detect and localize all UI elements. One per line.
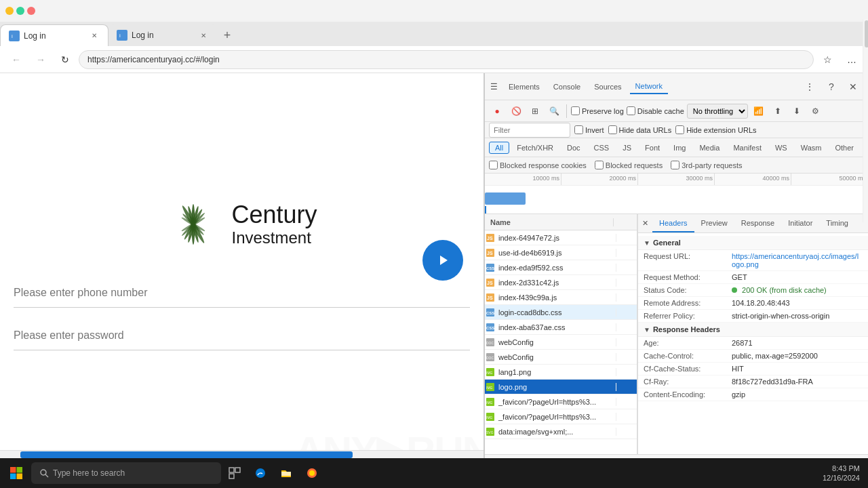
submit-button[interactable]	[422, 240, 463, 281]
network-conditions-button[interactable]: 📶	[751, 103, 767, 119]
taskbar-search[interactable]: Type here to search	[31, 462, 221, 484]
hide-data-urls-input[interactable]	[608, 125, 617, 134]
filter-tab-all[interactable]: All	[489, 142, 509, 154]
password-input[interactable]	[14, 321, 470, 350]
import-button[interactable]: ⬇	[789, 103, 805, 119]
maximize-button[interactable]	[16, 7, 24, 15]
third-party-check[interactable]: 3rd-party requests	[671, 161, 742, 169]
edge-taskbar-icon[interactable]	[248, 461, 273, 485]
file-explorer-taskbar-icon[interactable]	[274, 461, 298, 485]
third-party-input[interactable]	[671, 161, 679, 169]
request-timeline	[616, 409, 637, 424]
devtools-close-button[interactable]: ✕	[844, 77, 863, 96]
request-item[interactable]: IMG _favicon/?pageUrl=https%3...	[485, 394, 637, 409]
phone-input[interactable]	[14, 279, 470, 308]
back-button[interactable]: ←	[5, 49, 27, 70]
clear-button[interactable]: 🚫	[508, 103, 524, 119]
request-url-value[interactable]: https://americancenturyaoj.cc/images/log…	[732, 252, 863, 268]
request-item-logo[interactable]: IMG logo.png	[485, 380, 637, 394]
devtools-tab-console[interactable]: Console	[548, 80, 586, 94]
request-item[interactable]: CSS index-aba637ae.css	[485, 320, 637, 335]
svg-text:i: i	[12, 33, 13, 39]
invert-check[interactable]: Invert	[574, 125, 604, 134]
search-button[interactable]: 🔍	[546, 103, 562, 119]
filter-input[interactable]	[489, 123, 570, 138]
forward-button[interactable]: →	[30, 49, 52, 70]
refresh-button[interactable]: ↻	[54, 49, 76, 70]
throttle-select[interactable]: No throttling	[687, 104, 748, 119]
start-button[interactable]	[3, 460, 30, 487]
filter-tab-ws[interactable]: WS	[769, 142, 793, 154]
export-button[interactable]: ⬆	[770, 103, 786, 119]
request-item[interactable]: SVG data:image/svg+xml;...	[485, 424, 637, 439]
filter-tab-font[interactable]: Font	[639, 142, 666, 154]
svg-rect-44	[17, 474, 23, 480]
hide-extension-urls-input[interactable]	[675, 125, 684, 134]
tab-close-2[interactable]: ✕	[198, 30, 209, 41]
filter-tab-doc[interactable]: Doc	[561, 142, 587, 154]
request-item[interactable]: JS index-2d331c42.js	[485, 275, 637, 290]
request-item[interactable]: JS index-64947e72.js	[485, 230, 637, 245]
devtools-tab-elements[interactable]: Elements	[503, 80, 545, 94]
blocked-response-cookies-check[interactable]: Blocked response cookies	[489, 161, 587, 169]
request-item[interactable]: DOC webConfig	[485, 350, 637, 365]
filter-tab-wasm[interactable]: Wasm	[795, 142, 828, 154]
details-tab-preview[interactable]: Preview	[694, 214, 734, 232]
filter-tab-js[interactable]: JS	[616, 142, 637, 154]
request-list[interactable]: JS index-64947e72.js JS use-id-de4b6919.…	[485, 230, 637, 454]
tab-close-1[interactable]: ✕	[89, 30, 100, 41]
firefox-taskbar-icon[interactable]	[300, 461, 324, 485]
disable-cache-input[interactable]	[627, 106, 635, 115]
horizontal-scrollbar[interactable]	[0, 450, 484, 458]
devtools-tab-sources[interactable]: Sources	[589, 80, 627, 94]
tab-1[interactable]: i Log in ✕	[0, 24, 108, 46]
details-close-button[interactable]: ✕	[638, 214, 652, 232]
details-tab-timing[interactable]: Timing	[819, 214, 855, 232]
request-item[interactable]: CSS index-eda9f592.css	[485, 260, 637, 275]
close-window-button[interactable]	[27, 7, 35, 15]
settings-button[interactable]: …	[841, 49, 863, 70]
devtools-dock-button[interactable]: ⋮	[800, 77, 819, 96]
filter-tab-other[interactable]: Other	[829, 142, 860, 154]
request-item[interactable]: DOC webConfig	[485, 335, 637, 350]
filter-tab-img[interactable]: Img	[667, 142, 692, 154]
filter-tab-media[interactable]: Media	[693, 142, 726, 154]
blocked-requests-input[interactable]	[595, 161, 604, 169]
invert-label: Invert	[585, 126, 604, 134]
preserve-log-input[interactable]	[571, 106, 580, 115]
blocked-response-cookies-input[interactable]	[489, 161, 498, 169]
disable-cache-check[interactable]: Disable cache	[627, 106, 684, 115]
blocked-requests-check[interactable]: Blocked requests	[595, 161, 663, 169]
hide-extension-urls-check[interactable]: Hide extension URLs	[675, 125, 756, 134]
filter-button[interactable]: ⊞	[527, 103, 543, 119]
filter-tab-manifest[interactable]: Manifest	[727, 142, 768, 154]
details-tab-headers[interactable]: Headers	[652, 214, 694, 232]
address-bar[interactable]: https://americancenturyaoj.cc/#/login	[79, 50, 814, 69]
request-item[interactable]: JS use-id-de4b6919.js	[485, 245, 637, 260]
devtools-toggle[interactable]: ☰	[490, 82, 498, 92]
request-item-selected[interactable]: CSS login-ccad8dbc.css	[485, 305, 637, 320]
window-controls[interactable]	[5, 7, 35, 15]
preserve-log-check[interactable]: Preserve log	[571, 106, 624, 115]
task-view-button[interactable]	[222, 461, 247, 485]
filter-tab-fetch-xhr[interactable]: Fetch/XHR	[511, 142, 559, 154]
minimize-button[interactable]	[5, 7, 14, 15]
details-tab-initiator[interactable]: Initiator	[781, 214, 819, 232]
general-section-header[interactable]: ▼ General	[638, 236, 868, 250]
devtools-help-button[interactable]: ?	[822, 77, 841, 96]
favorites-button[interactable]: ☆	[816, 49, 838, 70]
request-item[interactable]: IMG lang1.png	[485, 365, 637, 380]
hide-data-urls-check[interactable]: Hide data URLs	[608, 125, 672, 134]
details-tab-response[interactable]: Response	[734, 214, 782, 232]
details-panel: ✕ Headers Preview Response Initiator Tim…	[637, 214, 868, 454]
devtools-tab-network[interactable]: Network	[630, 79, 668, 94]
record-button[interactable]: ●	[489, 103, 505, 119]
filter-tab-css[interactable]: CSS	[588, 142, 616, 154]
new-tab-button[interactable]: +	[217, 24, 237, 46]
tab-2[interactable]: i Log in ✕	[108, 24, 217, 46]
invert-input[interactable]	[574, 125, 583, 134]
request-item[interactable]: IMG _favicon/?pageUrl=https%3...	[485, 409, 637, 424]
request-item[interactable]: JS index-f439c99a.js	[485, 290, 637, 305]
settings-network-button[interactable]: ⚙	[808, 103, 824, 119]
response-headers-section-header[interactable]: ▼ Response Headers	[638, 323, 868, 337]
